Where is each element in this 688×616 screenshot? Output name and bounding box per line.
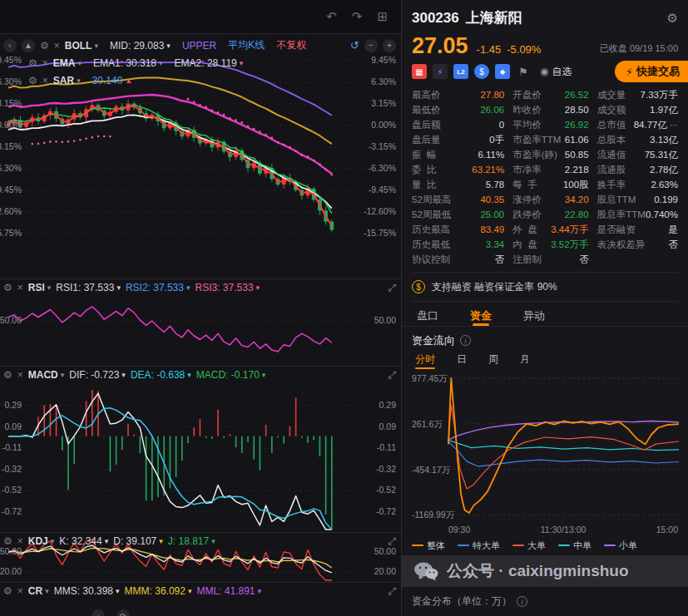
macd-header: ⚙ × MACD▾ DIF: -0.723▾ DEA: -0.638▾ MACD… <box>3 369 396 381</box>
coin-dollar-icon: $ <box>412 280 425 293</box>
info-icon[interactable]: i <box>517 596 527 607</box>
indicator-chip[interactable]: 不复权 <box>276 38 306 52</box>
expand-icon[interactable]: ⤢ <box>388 585 396 597</box>
indicator-chip[interactable]: 30.140▲ <box>92 75 133 86</box>
expand-icon[interactable]: ⤢ <box>388 369 396 381</box>
back-icon[interactable]: ↶ <box>326 9 337 24</box>
watchlist-button[interactable]: ◉自选 <box>540 65 572 79</box>
rsi1-chip[interactable]: RSI1: 37.533▾ <box>56 282 121 293</box>
cr-header: ⚙ × CR▾ MMS: 30.398▾ MMM: 36.092▾ MML: 4… <box>3 585 396 597</box>
legend-item[interactable]: 整体 <box>412 540 445 552</box>
period-tab[interactable]: 月 <box>520 352 530 366</box>
indicator-chip[interactable]: UPPER <box>182 40 216 52</box>
zoom-in-icon[interactable]: + <box>383 39 396 52</box>
boll-indicator-selector[interactable]: BOLL▾ <box>65 40 98 52</box>
bookmark-icon[interactable]: ⚑ <box>516 64 531 79</box>
candlestick-chart[interactable]: ‹ ▲ ⚙ × BOLL▾ MID: 29.083▾UPPER平均K线不复权 ↺… <box>0 33 401 278</box>
sar-indicator-selector[interactable]: SAR▾ <box>53 75 81 86</box>
close-icon[interactable]: × <box>17 535 23 547</box>
indicator-chip[interactable]: 平均K线 <box>228 38 265 52</box>
expand-icon[interactable]: ⤢ <box>388 282 396 293</box>
chevron-down-icon: ▾ <box>240 59 244 67</box>
collapse-panel-icon[interactable]: ‹ <box>3 39 17 52</box>
close-icon[interactable]: × <box>42 57 48 69</box>
kdj-chart-panel[interactable]: ⚙ × KDJ▾ K: 32.344▾ D: 39.107▾ J: 18.817… <box>0 532 401 582</box>
chevron-down-icon: ▾ <box>51 537 55 545</box>
legend-item[interactable]: 大单 <box>512 540 546 552</box>
expand-icon[interactable]: ⤢ <box>388 535 396 547</box>
page-right-icon[interactable]: ↷ <box>116 609 130 616</box>
indicator-chip[interactable]: EMA1: 30.318▾ <box>93 57 163 69</box>
stat-item: 外 盘 3.44万手 <box>512 222 588 237</box>
mms-chip[interactable]: MMS: 30.398▾ <box>54 585 120 597</box>
close-icon[interactable]: × <box>17 585 23 597</box>
dif-chip[interactable]: DIF: -0.723▾ <box>69 369 126 381</box>
close-icon[interactable]: × <box>54 40 60 52</box>
indicator-legend-rows: ‹ ▲ ⚙ × BOLL▾ MID: 29.083▾UPPER平均K线不复权 ↺… <box>3 37 396 89</box>
period-tab[interactable]: 分时 <box>415 352 435 366</box>
macd-chart-panel[interactable]: ⚙ × MACD▾ DIF: -0.723▾ DEA: -0.638▾ MACD… <box>0 366 401 532</box>
gear-icon[interactable]: ⚙ <box>3 585 12 597</box>
zoom-out-icon[interactable]: − <box>364 39 378 52</box>
gear-icon[interactable]: ⚙ <box>28 75 37 86</box>
mmm-chip[interactable]: MMM: 36.092▾ <box>125 585 192 597</box>
j-chip[interactable]: J: 18.817▾ <box>168 535 215 547</box>
indicator-chip[interactable]: MID: 29.083▾ <box>110 40 171 52</box>
forward-icon[interactable]: ↷ <box>352 9 363 24</box>
close-icon[interactable]: × <box>17 282 23 293</box>
rsi3-chip[interactable]: RSI3: 37.533▾ <box>196 282 260 293</box>
margin-icon[interactable]: $ <box>474 64 489 79</box>
flash-trade-icon[interactable]: ⚡ <box>433 64 448 79</box>
mml-chip[interactable]: MML: 41.891▾ <box>196 585 261 597</box>
fund-flow-header: 资金流向 i <box>402 327 688 350</box>
d-chip[interactable]: D: 39.107▾ <box>113 535 163 547</box>
close-icon[interactable]: × <box>42 75 48 86</box>
more-icon[interactable]: ⋯ <box>670 121 678 130</box>
tab[interactable]: 异动 <box>523 308 545 326</box>
gear-icon[interactable]: ⚙ <box>3 369 12 381</box>
cr-chart-panel[interactable]: ⚙ × CR▾ MMS: 30.398▾ MMM: 36.092▾ MML: 4… <box>0 582 401 616</box>
cr-indicator-selector[interactable]: CR▾ <box>28 585 49 597</box>
x-axis-label: 09:30 <box>448 525 470 535</box>
indicator-chip[interactable]: EMA2: 28.119▾ <box>175 57 244 69</box>
gear-icon[interactable]: ⚙ <box>3 535 12 547</box>
sort-icon[interactable]: ▲ <box>22 39 35 52</box>
period-tab[interactable]: 日 <box>457 352 467 366</box>
tab[interactable]: 资金 <box>470 308 492 326</box>
period-tab[interactable]: 周 <box>488 352 498 366</box>
x-axis-label: 11:30/13:00 <box>541 525 587 535</box>
gear-icon[interactable]: ⚙ <box>667 11 678 26</box>
stat-item: 最高价 27.80 <box>412 87 504 102</box>
layout-grid-icon[interactable]: ⊞ <box>377 9 388 24</box>
ema-indicator-selector[interactable]: EMA▾ <box>53 57 82 69</box>
tag-icon[interactable]: ◆ <box>495 64 510 79</box>
fund-flow-chart[interactable]: 977.45万261.6万-454.17万-1169.99万 <box>410 370 680 524</box>
tab[interactable]: 盘口 <box>417 308 438 326</box>
k-chip[interactable]: K: 32.344▾ <box>59 535 108 547</box>
kdj-header: ⚙ × KDJ▾ K: 32.344▾ D: 39.107▾ J: 18.817… <box>3 535 396 547</box>
close-icon[interactable]: × <box>17 369 23 381</box>
gear-icon[interactable]: ⚙ <box>3 282 12 293</box>
rsi2-chip[interactable]: RSI2: 37.533▾ <box>126 282 191 293</box>
stat-item: 流通值 75.31亿 <box>597 147 678 162</box>
gear-icon[interactable]: ⚙ <box>28 57 37 69</box>
macd-indicator-selector[interactable]: MACD▾ <box>28 369 65 381</box>
info-icon[interactable]: i <box>460 335 471 346</box>
quick-trade-button[interactable]: ⚡快捷交易 <box>615 61 688 82</box>
level2-icon[interactable]: L2 <box>453 64 468 79</box>
watermark-text: 公众号 · caixingminshuo <box>447 560 629 582</box>
page-left-icon[interactable]: ‹ <box>92 609 105 616</box>
macd-chip[interactable]: MACD: -0.170▾ <box>196 369 266 381</box>
kdj-indicator-selector[interactable]: KDJ▾ <box>28 535 55 547</box>
legend-item[interactable]: 特大单 <box>458 540 500 552</box>
gear-icon[interactable]: ⚙ <box>40 40 49 52</box>
chevron-down-icon: ▾ <box>105 537 109 545</box>
undo-icon[interactable]: ↺ <box>350 39 359 52</box>
stat-item: 市净率 2.218 <box>512 162 588 177</box>
legend-item[interactable]: 小单 <box>604 540 637 552</box>
legend-item[interactable]: 中单 <box>558 540 591 552</box>
rsi-indicator-selector[interactable]: RSI▾ <box>28 282 52 293</box>
dea-chip[interactable]: DEA: -0.638▾ <box>131 369 191 381</box>
rsi-chart-panel[interactable]: ⚙ × RSI▾ RSI1: 37.533▾ RSI2: 37.533▾ RSI… <box>0 278 401 366</box>
stat-item: 成交额 1.97亿 <box>597 102 678 117</box>
